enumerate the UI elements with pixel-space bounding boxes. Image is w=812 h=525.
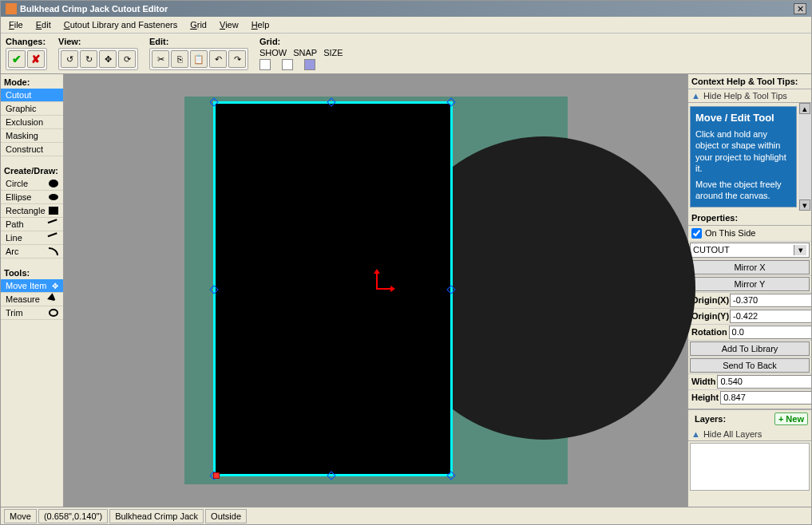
- height-input[interactable]: [720, 391, 811, 405]
- view-label: View:: [58, 37, 138, 46]
- shape-path[interactable]: Path: [1, 218, 63, 231]
- menu-file[interactable]: File: [4, 18, 28, 31]
- menu-help[interactable]: Help: [247, 18, 275, 31]
- mirror-x-button[interactable]: Mirror X: [690, 260, 810, 274]
- paste-button[interactable]: 📋: [190, 50, 208, 68]
- status-coords: (0.658",0.140"): [38, 509, 108, 523]
- java-icon: [6, 3, 17, 14]
- mode-masking[interactable]: Masking: [1, 129, 63, 143]
- edit-label: Edit:: [149, 37, 248, 46]
- mode-header: Mode:: [1, 76, 63, 89]
- accept-button[interactable]: ✔: [8, 50, 26, 68]
- redo-button[interactable]: ↷: [228, 50, 246, 68]
- mode-exclusion[interactable]: Exclusion: [1, 116, 63, 129]
- canvas[interactable]: [184, 97, 568, 484]
- ellipse-icon: [49, 194, 58, 200]
- rotate-ccw-button[interactable]: ↺: [61, 50, 78, 68]
- grid-show-toggle[interactable]: [259, 59, 271, 70]
- anchor-point[interactable]: [213, 472, 220, 479]
- mirror-y-button[interactable]: Mirror Y: [690, 277, 810, 291]
- grid-size-label: SIZE: [323, 48, 343, 57]
- origin-x-label: Origin(X): [690, 294, 730, 306]
- pan-button[interactable]: ✥: [99, 50, 117, 68]
- tools-header: Tools:: [1, 266, 63, 279]
- shape-circle[interactable]: Circle: [1, 177, 63, 191]
- layers-list[interactable]: [690, 443, 810, 491]
- on-this-side-row[interactable]: On This Side: [688, 226, 811, 241]
- tool-move[interactable]: Move Item✥: [1, 279, 63, 293]
- properties-header: Properties:: [688, 211, 811, 226]
- scroll-up-icon[interactable]: ▴: [799, 103, 810, 114]
- changes-group: Changes: ✔ ✘: [6, 37, 47, 70]
- edit-group: Edit: ✂ ⎘ 📋 ↶ ↷: [149, 37, 248, 70]
- cutout-rectangle[interactable]: [213, 101, 453, 476]
- grid-size-button[interactable]: [304, 59, 315, 70]
- path-icon: [48, 219, 60, 230]
- menu-grid[interactable]: Grid: [185, 18, 212, 31]
- context-help-header: Context Help & Tool Tips:: [688, 74, 811, 89]
- help-body-2: Move the object freely around the canvas…: [695, 179, 791, 202]
- tool-trim[interactable]: Trim: [1, 306, 63, 320]
- right-panel: Context Help & Tool Tips: ▲Hide Help & T…: [687, 74, 811, 507]
- new-layer-button[interactable]: + New: [774, 412, 808, 425]
- refresh-button[interactable]: ⟳: [118, 50, 136, 68]
- help-scrollbar[interactable]: ▴ ▾: [798, 103, 811, 211]
- toolbar: Changes: ✔ ✘ View: ↺ ↻ ✥ ⟳ Edit: ✂ ⎘ 📋 ↶…: [1, 34, 811, 74]
- scroll-down-icon[interactable]: ▾: [799, 199, 810, 211]
- rectangle-icon: [49, 207, 58, 215]
- close-button[interactable]: ✕: [794, 3, 806, 14]
- title-bar: Bulkhead Crimp Jack Cutout Editor ✕: [1, 1, 811, 17]
- type-select[interactable]: CUTOUT▾: [690, 243, 810, 258]
- layers-header: Layers:: [691, 412, 774, 425]
- hide-help-toggle[interactable]: ▲Hide Help & Tool Tips: [688, 89, 811, 103]
- cut-button[interactable]: ✂: [152, 50, 169, 68]
- left-panel: Mode: Cutout Graphic Exclusion Masking C…: [1, 74, 65, 507]
- grid-show-label: SHOW: [259, 48, 287, 57]
- circle-icon: [49, 180, 58, 188]
- view-group: View: ↺ ↻ ✥ ⟳: [58, 37, 138, 70]
- add-to-library-button[interactable]: Add To Library: [690, 341, 810, 356]
- help-title: Move / Edit Tool: [695, 112, 791, 124]
- shape-line[interactable]: Line: [1, 231, 63, 245]
- rotation-input[interactable]: [729, 326, 811, 339]
- rotate-cw-button[interactable]: ↻: [80, 50, 97, 68]
- width-label: Width: [690, 375, 717, 388]
- status-bar: Move (0.658",0.140") Bulkhead Crimp Jack…: [1, 507, 811, 524]
- mode-construct[interactable]: Construct: [1, 143, 63, 156]
- menu-edit[interactable]: Edit: [31, 18, 56, 31]
- send-to-back-button[interactable]: Send To Back: [690, 358, 810, 373]
- y-axis-icon: [376, 272, 378, 288]
- reject-button[interactable]: ✘: [27, 50, 45, 68]
- status-side: Outside: [205, 509, 247, 523]
- line-icon: [48, 232, 60, 243]
- origin-x-input[interactable]: [730, 294, 811, 307]
- shape-rectangle[interactable]: Rectangle: [1, 204, 63, 218]
- changes-label: Changes:: [6, 37, 47, 46]
- help-body-1: Click and hold any object or shape withi…: [695, 128, 791, 174]
- width-input[interactable]: [717, 375, 811, 389]
- tool-measure[interactable]: Measure: [1, 293, 63, 306]
- grid-snap-label: SNAP: [293, 48, 317, 57]
- hide-layers-toggle[interactable]: ▲Hide All Layers: [688, 428, 811, 441]
- on-this-side-label: On This Side: [705, 228, 755, 238]
- status-name: Bulkhead Crimp Jack: [109, 509, 204, 523]
- menu-bar: File Edit Cutout Library and Fasteners G…: [1, 17, 811, 34]
- move-icon: ✥: [52, 282, 58, 290]
- copy-button[interactable]: ⎘: [171, 50, 188, 68]
- create-header: Create/Draw:: [1, 164, 63, 177]
- undo-button[interactable]: ↶: [209, 50, 227, 68]
- on-this-side-checkbox[interactable]: [691, 228, 702, 239]
- grid-label: Grid:: [259, 37, 343, 46]
- grid-snap-toggle[interactable]: [282, 59, 293, 70]
- mode-cutout[interactable]: Cutout: [1, 89, 63, 102]
- menu-library[interactable]: Cutout Library and Fasteners: [59, 18, 182, 31]
- origin-y-input[interactable]: [730, 310, 811, 323]
- measure-icon: [47, 293, 60, 305]
- grid-group: Grid: SHOW SNAP SIZE: [259, 37, 343, 70]
- canvas-area[interactable]: [65, 74, 687, 507]
- origin-y-label: Origin(Y): [690, 310, 730, 322]
- menu-view[interactable]: View: [215, 18, 244, 31]
- shape-arc[interactable]: Arc: [1, 245, 63, 259]
- mode-graphic[interactable]: Graphic: [1, 102, 63, 116]
- shape-ellipse[interactable]: Ellipse: [1, 191, 63, 204]
